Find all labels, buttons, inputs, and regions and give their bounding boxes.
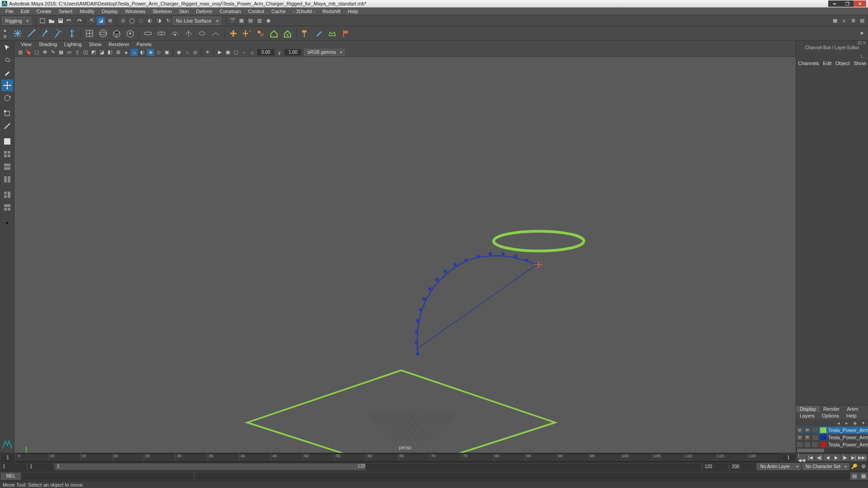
panel-film-gate-icon[interactable]: ▭ (66, 49, 73, 56)
step-back-icon[interactable]: ◀| (815, 454, 823, 461)
script-editor-icon[interactable]: ▤ (850, 473, 859, 480)
panel-gamma-icon[interactable]: γ (276, 49, 283, 56)
panel-menu-view[interactable]: View (17, 41, 35, 47)
layout-four-icon[interactable] (1, 148, 13, 160)
menu-create[interactable]: Create (33, 8, 55, 14)
anim-layer-dropdown[interactable]: No Anim Layer (757, 463, 801, 470)
panel-iso-remove-icon[interactable]: ▢ (232, 49, 240, 56)
layer-menu-help[interactable]: Help (843, 413, 860, 419)
menu-control[interactable]: Control (245, 8, 268, 14)
redo-icon[interactable] (75, 17, 83, 25)
viewport[interactable]: persp (14, 57, 796, 453)
shelf-orient-joint-icon[interactable] (52, 28, 64, 39)
snap-grid-icon[interactable]: ⊙ (119, 17, 127, 25)
layer-tab-anim[interactable]: Anim (843, 406, 862, 412)
panel-safe-title-icon[interactable]: ◧ (106, 49, 113, 56)
panel-wireframe-icon[interactable]: ⊞ (114, 49, 122, 56)
shelf-sphere-lattice-icon[interactable] (97, 28, 109, 39)
panel-menu-panels[interactable]: Panels (133, 41, 156, 47)
panel-exposure-field[interactable]: 0.00 (257, 49, 274, 56)
prefs-icon[interactable]: ⚙ (859, 463, 868, 471)
layer-new-empty-icon[interactable]: ◈ (852, 420, 858, 426)
panel-iso-subtract-icon[interactable]: ▫ (241, 49, 248, 56)
layer-extra-toggle[interactable] (811, 434, 819, 441)
layer-name[interactable]: Tesla_Power_Arm_Char (827, 442, 868, 447)
menu-windows[interactable]: Windows (122, 8, 149, 14)
layer-name[interactable]: Tesla_Power_Arm_Char (827, 427, 868, 433)
last-tool-icon[interactable] (1, 120, 13, 132)
shelf-joint-star-icon[interactable] (12, 28, 24, 39)
menu-deform[interactable]: Deform (193, 8, 216, 14)
channel-tab-channels[interactable]: Channels (798, 61, 819, 68)
panel-expose-icon[interactable]: ☀ (204, 49, 211, 56)
panel-textured-icon[interactable]: ▣ (163, 49, 170, 56)
time-end-field[interactable]: 1 (782, 454, 795, 461)
panel-gate-mask-icon[interactable]: ◫ (82, 49, 89, 56)
menu-modify[interactable]: Modify (76, 8, 98, 14)
layer-tab-display[interactable]: Display (796, 406, 820, 412)
layout-custom2-icon[interactable] (1, 202, 13, 213)
menu-help[interactable]: Help (344, 8, 362, 14)
select-by-object-icon[interactable]: ◪ (97, 17, 105, 25)
panel-iso-add-icon[interactable]: ▣ (224, 49, 231, 56)
live-surface-dropdown[interactable]: No Live Surface (173, 17, 221, 25)
range-start-field[interactable]: 1 (1, 463, 26, 470)
layout-two-h-icon[interactable] (1, 161, 13, 173)
panel-use-lights-icon[interactable]: ☼ (131, 49, 138, 56)
panel-close-icon[interactable]: ✕ (863, 41, 867, 45)
layer-vis-toggle[interactable]: V (796, 434, 803, 441)
layer-vis-toggle[interactable] (796, 441, 803, 448)
shelf-paint-weights-icon[interactable] (169, 28, 181, 39)
command-input[interactable] (22, 473, 193, 480)
layout-custom1-icon[interactable] (1, 189, 13, 201)
panel-menu-renderer[interactable]: Renderer (105, 41, 133, 47)
menu-edit[interactable]: Edit (17, 8, 33, 14)
menu-display[interactable]: Display (98, 8, 122, 14)
channel-tab-object[interactable]: Object (835, 61, 850, 68)
new-scene-icon[interactable] (38, 17, 47, 25)
panel-bookmark-icon[interactable]: 🔖 (25, 49, 32, 56)
shelf-detach-skin-icon[interactable] (156, 28, 167, 39)
panel-smooth-shade-icon[interactable]: ● (123, 49, 130, 56)
shelf-flag-icon[interactable] (340, 28, 352, 39)
panel-res-gate-icon[interactable]: ▯ (74, 49, 81, 56)
time-start-field[interactable]: 1 (1, 454, 14, 461)
layer-extra-toggle[interactable] (811, 427, 819, 433)
window-close-button[interactable]: ✕ (854, 0, 866, 7)
layer-menu-options[interactable]: Options (818, 413, 843, 419)
shelf-ik-handle-icon[interactable] (66, 28, 78, 39)
shelf-flex-icon[interactable] (196, 28, 208, 39)
menu-skin[interactable]: Skin (175, 8, 192, 14)
panel-menu-show[interactable]: Show (85, 41, 105, 47)
window-maximize-button[interactable]: ❐ (841, 0, 854, 7)
outliner-icon[interactable]: ≡ (840, 17, 848, 25)
display-layer-row[interactable]: V P Tesla_Power_Arm_Char (796, 434, 868, 441)
menu-constrain[interactable]: Constrain (216, 8, 245, 14)
ipr-render-icon[interactable]: ▦ (237, 17, 245, 25)
snap-point-icon[interactable]: ◌ (137, 17, 145, 25)
step-fwd-icon[interactable]: |▶ (841, 454, 849, 461)
panel-safe-action-icon[interactable]: ◪ (98, 49, 105, 56)
panel-grid-icon[interactable]: ▦ (57, 49, 65, 56)
shelf-wire-icon[interactable] (210, 28, 222, 39)
rotate-tool-icon[interactable] (1, 92, 13, 104)
panel-popout-icon[interactable]: ⮹ (858, 41, 863, 45)
panel-image-plane-icon[interactable]: ▢ (33, 49, 40, 56)
snap-view-icon[interactable]: ◑ (155, 17, 163, 25)
panel-ao-icon[interactable]: ○ (184, 49, 191, 56)
attribute-editor-icon[interactable]: ▤ (858, 17, 866, 25)
step-fwd-key-icon[interactable]: ▶| (849, 454, 858, 461)
step-back-key-icon[interactable]: |◀ (807, 454, 815, 461)
layer-type-toggle[interactable] (804, 441, 811, 448)
menu-file[interactable]: File (2, 8, 17, 14)
layer-type-toggle[interactable]: P (804, 427, 811, 433)
panel-xray-icon[interactable]: ◈ (147, 49, 154, 56)
goto-end-icon[interactable]: ▶▶| (858, 454, 866, 461)
workspace-dropdown[interactable]: Rigging (2, 17, 31, 25)
panel-menu-lighting[interactable]: Lighting (61, 41, 85, 47)
layer-vis-toggle[interactable]: V (796, 427, 803, 433)
panel-2d-pan-icon[interactable]: ✥ (41, 49, 48, 56)
shelf-arrow-icon[interactable]: ➤ (858, 29, 866, 38)
help-line-icon[interactable]: ▦ (859, 473, 868, 480)
lasso-tool-icon[interactable] (1, 54, 13, 66)
